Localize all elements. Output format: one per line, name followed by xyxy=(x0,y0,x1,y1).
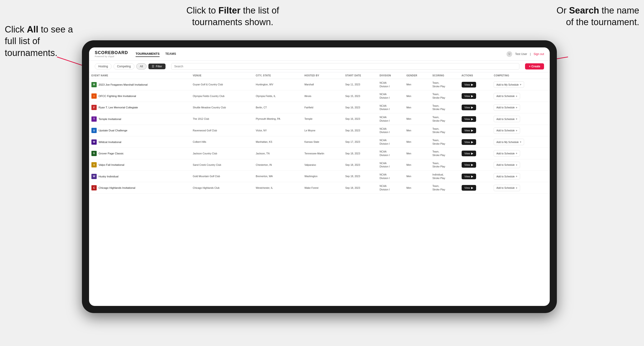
add-schedule-label: Add to Schedule xyxy=(496,186,514,189)
competing-cell: Add to Schedule + xyxy=(491,182,550,193)
venue: Shuttle Meadow Country Club xyxy=(190,102,253,113)
sign-out-link[interactable]: Sign out xyxy=(534,52,544,56)
view-button[interactable]: View ▶ xyxy=(462,139,476,145)
team-icon: T xyxy=(92,116,97,122)
col-hosted-by: HOSTED BY xyxy=(302,72,343,79)
event-name: Temple Invitational xyxy=(98,118,121,121)
actions-cell: View ▶ xyxy=(459,148,492,159)
venue: Gold Mountain Golf Club xyxy=(190,171,253,182)
event-name-cell: U Upstate Dual Challenge xyxy=(89,125,190,136)
actions-cell: View ▶ xyxy=(459,125,492,136)
create-button[interactable]: + Create xyxy=(525,63,544,69)
division: NCAADivision I xyxy=(377,182,404,193)
city-state: Jackson, TN xyxy=(253,148,302,159)
venue: Olympia Fields Country Club xyxy=(190,90,253,102)
nav-teams[interactable]: TEAMS xyxy=(165,51,176,57)
user-avatar: U xyxy=(506,51,512,57)
city-state: Huntington, WV xyxy=(253,79,302,90)
gender: Men xyxy=(404,102,430,113)
eye-icon: ▶ xyxy=(471,117,473,121)
venue: Ravenwood Golf Club xyxy=(190,125,253,136)
gender: Men xyxy=(404,79,430,90)
add-to-schedule-button[interactable]: Add to Schedule + xyxy=(494,185,520,191)
add-schedule-label: Add to Schedule xyxy=(496,164,514,166)
actions-cell: View ▶ xyxy=(459,182,492,193)
logo-area: SCOREBOARD Powered by clippd xyxy=(95,50,128,58)
event-name-cell: M 2023 Joe Feaganes Marshall Invitationa… xyxy=(89,79,190,90)
event-name-cell: T Temple Invitational xyxy=(89,113,190,125)
add-schedule-label: Add to Schedule xyxy=(496,152,514,155)
eye-icon: ▶ xyxy=(471,140,473,144)
competing-cell: Add to Schedule + xyxy=(491,90,550,102)
event-name-cell: I OFCC Fighting Illini Invitational xyxy=(89,90,190,102)
city-state: Olympia Fields, IL xyxy=(253,90,302,102)
hosted-by: Le Moyne xyxy=(302,125,343,136)
table-row: C Chicago Highlands Invitational Chicago… xyxy=(89,182,550,193)
add-to-schedule-button[interactable]: Add to Schedule + xyxy=(494,104,520,111)
col-city-state: CITY, STATE xyxy=(253,72,302,79)
view-button[interactable]: View ▶ xyxy=(462,151,476,156)
hosting-filter-btn[interactable]: Hosting xyxy=(95,63,112,69)
add-to-schedule-button[interactable]: Add to Schedule + xyxy=(494,173,520,179)
add-to-schedule-button[interactable]: Add to Schedule + xyxy=(494,150,520,157)
table-row: V Valpo Fall Invitational Sand Creek Cou… xyxy=(89,159,550,171)
venue: Chicago Highlands Club xyxy=(190,182,253,193)
add-to-schedule-button[interactable]: Add to Schedule + xyxy=(494,162,520,168)
start-date: Sep 18, 2023 xyxy=(343,171,377,182)
venue: The 1912 Club xyxy=(190,113,253,125)
view-button[interactable]: View ▶ xyxy=(462,105,476,110)
plus-icon: + xyxy=(520,140,522,144)
start-date: Sep 18, 2023 xyxy=(343,182,377,193)
actions-cell: View ▶ xyxy=(459,171,492,182)
team-icon: W xyxy=(92,140,97,145)
filter-button[interactable]: ☰ Filter xyxy=(148,64,166,69)
event-name-cell: G Grover Page Classic xyxy=(89,148,190,159)
hosted-by: Illinois xyxy=(302,90,343,102)
event-name: Upstate Dual Challenge xyxy=(98,129,127,132)
event-name-cell: W Husky Individual xyxy=(89,171,190,182)
plus-icon: + xyxy=(516,163,518,167)
event-name-cell: V Valpo Fall Invitational xyxy=(89,159,190,171)
competing-cell: Add to My Schedule + xyxy=(491,136,550,148)
view-button[interactable]: View ▶ xyxy=(462,162,476,168)
table-row: W Husky Individual Gold Mountain Golf Cl… xyxy=(89,171,550,182)
eye-icon: ▶ xyxy=(471,94,473,98)
col-event-name: EVENT NAME xyxy=(89,72,190,79)
add-to-schedule-button[interactable]: Add to Schedule + xyxy=(494,127,520,134)
view-button[interactable]: View ▶ xyxy=(462,116,476,122)
col-actions: ACTIONS xyxy=(459,72,492,79)
add-to-schedule-button[interactable]: Add to My Schedule + xyxy=(494,81,524,88)
view-button[interactable]: View ▶ xyxy=(462,93,476,99)
event-name-cell: C Chicago Highlands Invitational xyxy=(89,182,190,193)
hosted-by: Washington xyxy=(302,171,343,182)
search-input[interactable] xyxy=(171,63,520,70)
separator: | xyxy=(530,52,531,56)
actions-cell: View ▶ xyxy=(459,136,492,148)
view-button[interactable]: View ▶ xyxy=(462,173,476,179)
add-to-schedule-button[interactable]: Add to My Schedule + xyxy=(494,139,524,145)
event-name: Husky Individual xyxy=(98,175,118,178)
competing-filter-btn[interactable]: Competing xyxy=(114,63,134,69)
event-name: Grover Page Classic xyxy=(98,152,124,155)
all-filter-btn[interactable]: All xyxy=(136,63,146,69)
tablet-frame: SCOREBOARD Powered by clippd TOURNAMENTS… xyxy=(82,40,557,313)
team-icon: C xyxy=(92,185,97,190)
gender: Men xyxy=(404,182,430,193)
header-right: U Test User | Sign out xyxy=(506,51,544,57)
view-button[interactable]: View ▶ xyxy=(462,128,476,133)
add-to-schedule-button[interactable]: Add to Schedule + xyxy=(494,93,520,99)
team-icon: W xyxy=(92,174,97,179)
nav-tournaments[interactable]: TOURNAMENTS xyxy=(136,51,160,57)
main-nav: TOURNAMENTS TEAMS xyxy=(136,51,506,57)
scoring: Team,Stroke Play xyxy=(430,136,459,148)
division: NCAADivision I xyxy=(377,79,404,90)
view-button[interactable]: View ▶ xyxy=(462,185,476,191)
hosted-by: Marshall xyxy=(302,79,343,90)
division: NCAADivision I xyxy=(377,159,404,171)
hosted-by: Wake Forest xyxy=(302,182,343,193)
division: NCAADivision I xyxy=(377,102,404,113)
annotation-top-right: Or Search the name of the tournament. xyxy=(549,5,639,28)
view-button[interactable]: View ▶ xyxy=(462,82,476,88)
add-to-schedule-button[interactable]: Add to Schedule + xyxy=(494,116,520,122)
table-row: M 2023 Joe Feaganes Marshall Invitationa… xyxy=(89,79,550,90)
